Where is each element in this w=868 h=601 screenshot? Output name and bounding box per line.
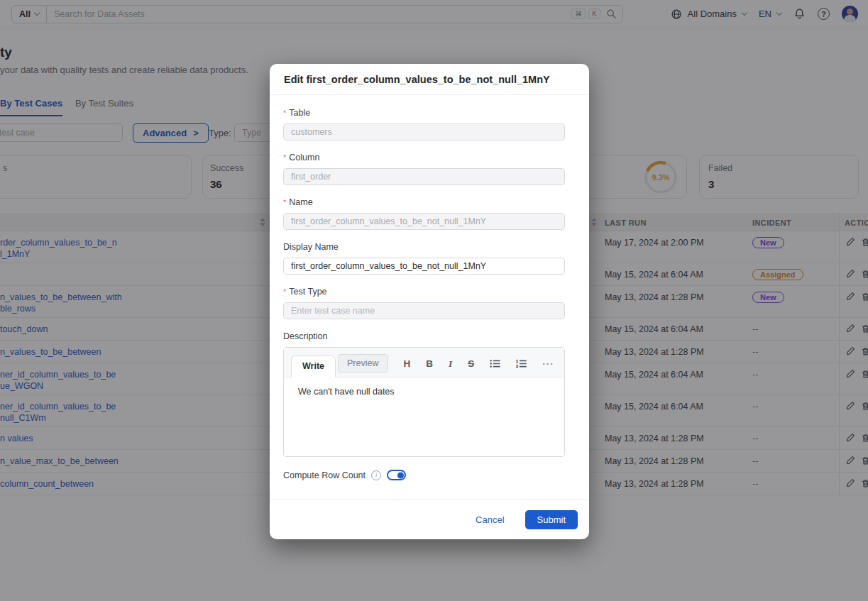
- column-field: *Column: [283, 153, 565, 185]
- display-name-field: Display Name: [283, 242, 565, 275]
- more-icon[interactable]: ···: [542, 359, 554, 369]
- required-asterisk: *: [283, 109, 286, 117]
- numbered-list-icon[interactable]: 12: [516, 359, 527, 368]
- table-field: *Table: [283, 108, 565, 140]
- markdown-editor: Write Preview HBIS12··· We can't have nu…: [283, 347, 565, 457]
- display-name-input[interactable]: [283, 258, 565, 275]
- required-asterisk: *: [283, 198, 286, 206]
- description-field: Description Write Preview HBIS12··· We c…: [283, 331, 565, 457]
- cancel-button[interactable]: Cancel: [476, 514, 504, 525]
- modal-footer: Cancel Submit: [270, 500, 589, 539]
- required-asterisk: *: [283, 153, 286, 162]
- column-input: [283, 168, 565, 185]
- write-tab[interactable]: Write: [291, 355, 336, 377]
- bullet-list-icon[interactable]: [490, 359, 500, 368]
- name-input: [283, 213, 565, 230]
- bold-icon[interactable]: B: [426, 359, 433, 369]
- svg-text:2: 2: [516, 364, 518, 368]
- compute-row-count-toggle[interactable]: [387, 470, 406, 480]
- edit-test-case-modal: Edit first_order_column_values_to_be_not…: [270, 64, 589, 539]
- table-input: [283, 123, 565, 140]
- test-type-field: *Test Type: [283, 287, 565, 319]
- preview-tab[interactable]: Preview: [338, 354, 388, 373]
- editor-toolbar: Write Preview HBIS12···: [284, 348, 564, 377]
- italic-icon[interactable]: I: [449, 359, 452, 369]
- test-type-input: [283, 302, 565, 319]
- strikethrough-icon[interactable]: S: [468, 359, 474, 369]
- compute-row-count-label: Compute Row Count: [283, 470, 366, 480]
- formatting-tools: HBIS12···: [404, 359, 554, 369]
- compute-row-count-row: Compute Row Count i: [283, 469, 565, 500]
- svg-text:1: 1: [516, 359, 518, 363]
- required-asterisk: *: [283, 287, 286, 296]
- description-editor-content[interactable]: We can't have null dates: [284, 377, 564, 456]
- info-icon[interactable]: i: [371, 470, 381, 480]
- app-window: All ⌘K All Domains: [0, 0, 868, 601]
- heading-icon[interactable]: H: [404, 359, 411, 369]
- name-field: *Name: [283, 197, 565, 230]
- modal-title: Edit first_order_column_values_to_be_not…: [270, 64, 589, 95]
- submit-button[interactable]: Submit: [525, 510, 578, 529]
